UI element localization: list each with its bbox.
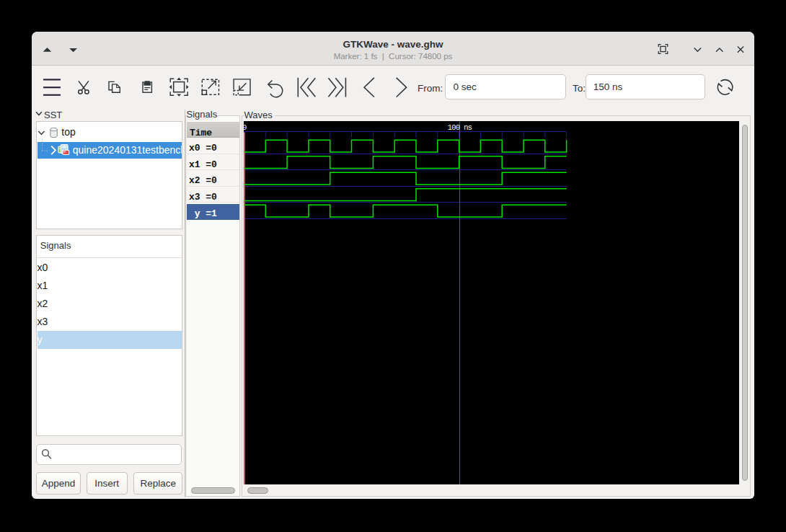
- svg-text:100 ns: 100 ns: [447, 123, 472, 132]
- svg-text:0: 0: [242, 123, 247, 132]
